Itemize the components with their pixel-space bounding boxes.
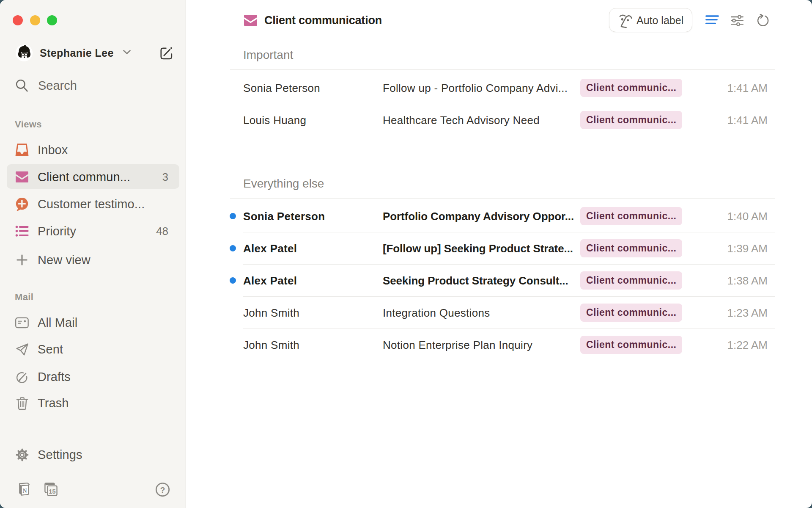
svg-text:?: ? bbox=[160, 486, 165, 494]
svg-text:N: N bbox=[23, 488, 27, 494]
svg-text:15: 15 bbox=[49, 488, 55, 495]
